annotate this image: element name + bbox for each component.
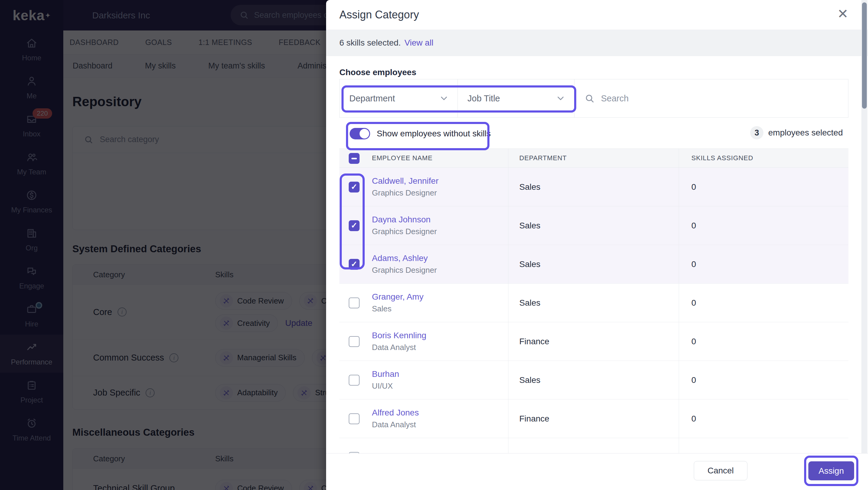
- employee-checkbox[interactable]: [349, 413, 360, 424]
- toggle-row: Show employees without skills: [350, 128, 491, 139]
- employee-department: Sales: [519, 298, 540, 308]
- employee-skills-assigned: 0: [691, 298, 696, 308]
- employee-row: Granger, AmySalesSales0: [339, 284, 848, 322]
- employee-checkbox[interactable]: [349, 336, 360, 347]
- cancel-button[interactable]: Cancel: [694, 461, 747, 480]
- employee-table: EMPLOYEE NAME DEPARTMENT SKILLS ASSIGNED…: [339, 148, 848, 453]
- employee-row: Diaz, Anthony: [339, 438, 848, 453]
- employee-skills-assigned: 0: [691, 375, 696, 385]
- employee-row: ✓Adams, AshleyGraphics DesignerSales0: [339, 245, 848, 284]
- chevron-down-icon: [439, 93, 449, 104]
- employee-department: Finance: [519, 337, 550, 346]
- modal-scrollbar-thumb[interactable]: [862, 2, 867, 109]
- choose-employees-label: Choose employees: [339, 67, 416, 77]
- employee-name-link[interactable]: Adams, Ashley: [372, 254, 437, 263]
- employee-checkbox[interactable]: [349, 375, 360, 385]
- assign-category-modal: Assign Category ✕ 6 skills selected. Vie…: [326, 0, 868, 490]
- department-dropdown[interactable]: Department: [340, 79, 458, 117]
- modal-scrollbar-track: [861, 0, 867, 453]
- employee-job-title: Data Analyst: [372, 343, 427, 352]
- employee-name-link[interactable]: Alfred Jones: [372, 408, 419, 417]
- screen: Darksiders Inc keka✦ HomeMeInbox220My Te…: [0, 0, 868, 490]
- filter-bar: Department Job Title: [339, 79, 848, 118]
- employee-department: Finance: [519, 414, 550, 424]
- selected-count-label: employees selected: [768, 128, 843, 138]
- search-icon: [584, 93, 595, 104]
- job-title-dropdown[interactable]: Job Title: [458, 79, 575, 117]
- employee-name-link[interactable]: Boris Kennling: [372, 331, 427, 340]
- chevron-down-icon: [555, 93, 566, 104]
- employee-skills-assigned: 0: [691, 182, 696, 192]
- employee-department: Sales: [519, 259, 540, 269]
- employee-department: Sales: [519, 221, 540, 231]
- employee-job-title: Graphics Designer: [372, 188, 438, 198]
- employee-department: Sales: [519, 182, 540, 192]
- modal-footer: [326, 453, 868, 490]
- skills-selected-note: 6 skills selected.: [339, 38, 401, 48]
- close-icon[interactable]: ✕: [837, 7, 848, 21]
- employee-row: ✓Dayna JohnsonGraphics DesignerSales0: [339, 206, 848, 245]
- employee-table-header: EMPLOYEE NAME DEPARTMENT SKILLS ASSIGNED: [339, 148, 848, 168]
- employee-row: Alfred JonesData AnalystFinance0: [339, 400, 848, 438]
- column-header-department: DEPARTMENT: [519, 154, 567, 162]
- employee-skills-assigned: 0: [691, 221, 696, 231]
- selected-count: 3 employees selected: [750, 126, 843, 139]
- assign-button[interactable]: Assign: [808, 461, 854, 480]
- employee-row: BurhanUI/UXSales0: [339, 361, 848, 400]
- employee-checkbox[interactable]: ✓: [349, 182, 360, 193]
- skills-selected-strip: 6 skills selected. View all: [326, 30, 868, 56]
- employee-skills-assigned: 0: [691, 414, 696, 424]
- employee-job-title: Graphics Designer: [372, 227, 437, 236]
- employee-job-title: Graphics Designer: [372, 265, 437, 275]
- employee-department: Sales: [519, 375, 540, 385]
- selected-count-badge: 3: [750, 126, 764, 139]
- modal-title: Assign Category: [339, 8, 419, 21]
- employee-name-link[interactable]: Burhan: [372, 369, 399, 379]
- employee-search[interactable]: [575, 79, 848, 117]
- employee-skills-assigned: 0: [691, 337, 696, 346]
- column-divider: [679, 148, 679, 453]
- show-without-skills-toggle[interactable]: [350, 128, 370, 139]
- toggle-label: Show employees without skills: [377, 129, 491, 139]
- column-divider: [508, 148, 508, 453]
- employee-name-link[interactable]: Caldwell, Jennifer: [372, 176, 438, 186]
- employee-job-title: Sales: [372, 304, 424, 314]
- employee-job-title: Data Analyst: [372, 420, 419, 429]
- employee-checkbox[interactable]: ✓: [349, 259, 360, 270]
- employee-search-input[interactable]: [601, 93, 752, 104]
- column-header-name: EMPLOYEE NAME: [372, 154, 433, 162]
- employee-name-link[interactable]: Granger, Amy: [372, 292, 424, 302]
- employee-row: Boris KennlingData AnalystFinance0: [339, 322, 848, 361]
- employee-row: ✓Caldwell, JenniferGraphics DesignerSale…: [339, 168, 848, 206]
- select-all-checkbox[interactable]: [349, 153, 360, 164]
- employee-skills-assigned: 0: [691, 259, 696, 269]
- employee-checkbox[interactable]: [349, 297, 360, 308]
- employee-checkbox[interactable]: ✓: [349, 220, 360, 231]
- toggle-knob: [360, 129, 369, 139]
- view-all-link[interactable]: View all: [404, 38, 433, 48]
- employee-name-link[interactable]: Dayna Johnson: [372, 215, 437, 225]
- column-header-skills: SKILLS ASSIGNED: [691, 154, 753, 162]
- employee-job-title: UI/UX: [372, 381, 399, 391]
